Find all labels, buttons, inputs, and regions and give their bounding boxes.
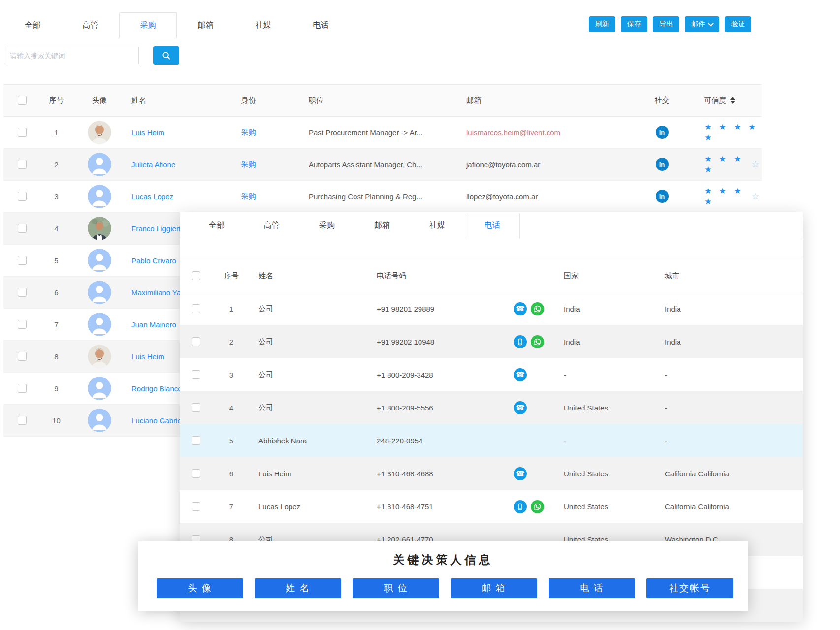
row-number: 10 xyxy=(40,416,72,425)
row-checkbox[interactable] xyxy=(18,256,27,265)
contact-name-link[interactable]: Juan Mainero xyxy=(131,320,176,329)
phone-owner: Luis Heim xyxy=(251,470,369,478)
refresh-button[interactable]: 刷新 xyxy=(589,16,615,32)
email-button[interactable]: 邮 箱 xyxy=(451,578,537,598)
row-number: 4 xyxy=(212,404,251,412)
tab-social[interactable]: 社媒 xyxy=(234,12,292,38)
row-checkbox[interactable] xyxy=(192,304,200,313)
row-checkbox[interactable] xyxy=(192,502,200,511)
select-all-checkbox[interactable] xyxy=(18,96,27,105)
contact-name-link[interactable]: Rodrigo Blanco xyxy=(131,384,182,393)
country-value: India xyxy=(564,305,665,313)
phone-number: +1 310-468-4688 xyxy=(369,470,507,478)
city-value: India xyxy=(665,305,803,313)
row-checkbox[interactable] xyxy=(18,192,27,201)
country-value: United States xyxy=(564,470,665,478)
tab-executives[interactable]: 高管 xyxy=(244,213,299,239)
tab-email[interactable]: 邮箱 xyxy=(177,12,234,38)
select-all-checkbox[interactable] xyxy=(192,271,200,280)
save-button[interactable]: 保存 xyxy=(621,16,647,32)
mobile-icon[interactable] xyxy=(514,335,527,348)
row-checkbox[interactable] xyxy=(18,160,27,169)
row-checkbox[interactable] xyxy=(18,288,27,297)
table-row: 3 公司 +1 800-209-3428 ☎ - - xyxy=(180,358,803,391)
country-value: - xyxy=(564,371,665,379)
key-decision-maker-card: 关键决策人信息 头 像 姓 名 职 位 邮 箱 电 话 社交帐号 xyxy=(138,541,748,611)
tabbar-underline xyxy=(180,239,803,239)
row-number: 2 xyxy=(40,160,72,169)
header-num: 序号 xyxy=(212,271,251,281)
tab-social[interactable]: 社媒 xyxy=(410,213,465,239)
search-input[interactable] xyxy=(4,47,139,64)
phone-owner: 公司 xyxy=(251,370,369,379)
row-number: 5 xyxy=(40,256,72,265)
header-identity: 身份 xyxy=(223,96,274,105)
contact-name-link[interactable]: Maximiliano Ya xyxy=(131,288,181,297)
header-country: 国家 xyxy=(564,271,665,281)
country-value: India xyxy=(564,338,665,346)
contact-name-link[interactable]: Pablo Crivaro xyxy=(131,256,176,265)
phone-owner: 公司 xyxy=(251,403,369,412)
tab-phone[interactable]: 电话 xyxy=(465,213,520,239)
landline-icon[interactable]: ☎ xyxy=(514,467,527,480)
search-button[interactable] xyxy=(153,46,179,65)
table-row: 1 Luis Heim 采购 Past Procurement Manager … xyxy=(3,117,762,149)
contact-name-link[interactable]: Lucas Lopez xyxy=(131,192,173,201)
title-button[interactable]: 职 位 xyxy=(353,578,439,598)
tab-phone[interactable]: 电话 xyxy=(292,12,350,38)
row-checkbox[interactable] xyxy=(18,320,27,329)
row-checkbox[interactable] xyxy=(18,224,27,233)
row-number: 3 xyxy=(212,371,251,379)
mobile-icon[interactable] xyxy=(514,500,527,513)
social-account-button[interactable]: 社交帐号 xyxy=(646,578,733,598)
contact-name-link[interactable]: Julieta Afione xyxy=(131,160,175,169)
verify-button[interactable]: 验证 xyxy=(725,16,751,32)
tab-all[interactable]: 全部 xyxy=(189,213,244,239)
tab-all[interactable]: 全部 xyxy=(4,12,62,38)
row-number: 2 xyxy=(212,338,251,346)
header-name: 姓名 xyxy=(127,96,223,105)
linkedin-icon[interactable]: in xyxy=(656,190,669,203)
mail-dropdown-button[interactable]: 邮件 xyxy=(685,16,719,32)
job-title: Past Procurement Manager -> Ar... xyxy=(274,128,464,137)
row-checkbox[interactable] xyxy=(18,384,27,393)
landline-icon[interactable]: ☎ xyxy=(514,368,527,381)
row-checkbox[interactable] xyxy=(18,416,27,425)
phone-button[interactable]: 电 话 xyxy=(549,578,635,598)
header-title: 职位 xyxy=(274,96,464,105)
row-checkbox[interactable] xyxy=(192,436,200,445)
phone-number: 248-220-0954 xyxy=(369,437,507,445)
whatsapp-icon[interactable] xyxy=(531,500,544,513)
row-number: 1 xyxy=(40,128,72,137)
row-checkbox[interactable] xyxy=(18,352,27,361)
tab-executives[interactable]: 高管 xyxy=(62,12,119,38)
linkedin-icon[interactable]: in xyxy=(656,158,669,171)
avatar xyxy=(88,281,111,304)
row-checkbox[interactable] xyxy=(192,469,200,478)
contact-name-link[interactable]: Luis Heim xyxy=(131,352,164,361)
whatsapp-icon[interactable] xyxy=(531,335,544,348)
landline-icon[interactable]: ☎ xyxy=(514,401,527,414)
row-checkbox[interactable] xyxy=(192,370,200,379)
tab-procurement[interactable]: 采购 xyxy=(119,12,177,38)
avatar-button[interactable]: 头 像 xyxy=(157,578,243,598)
row-checkbox[interactable] xyxy=(192,403,200,412)
row-number: 6 xyxy=(212,470,251,478)
row-checkbox[interactable] xyxy=(18,128,27,137)
landline-icon[interactable]: ☎ xyxy=(514,302,527,315)
export-button[interactable]: 导出 xyxy=(653,16,679,32)
whatsapp-icon[interactable] xyxy=(531,302,544,315)
row-checkbox[interactable] xyxy=(192,337,200,346)
tab-email[interactable]: 邮箱 xyxy=(355,213,410,239)
row-number: 3 xyxy=(40,192,72,201)
linkedin-icon[interactable]: in xyxy=(656,126,669,139)
contact-name-link[interactable]: Luis Heim xyxy=(131,128,164,137)
tab-procurement[interactable]: 采购 xyxy=(299,213,355,239)
avatar xyxy=(88,121,111,144)
contact-name-link[interactable]: Luciano Gabrie xyxy=(131,416,182,425)
trust-rating: ★ ★ ★ ★ ★ xyxy=(685,122,762,143)
contact-name-link[interactable]: Franco Liggieri xyxy=(131,224,180,233)
trust-rating: ★ ★ ★ ★☆ xyxy=(685,154,762,175)
name-button[interactable]: 姓 名 xyxy=(255,578,341,598)
sort-caret-icon[interactable] xyxy=(730,97,735,104)
